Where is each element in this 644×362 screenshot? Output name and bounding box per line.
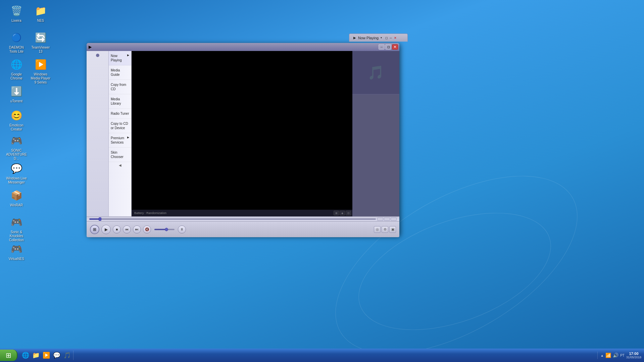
desktop-icon-lixeira[interactable]: 🗑️ Lixeira [5,3,28,24]
taskbar-messenger-icon[interactable]: 💬 [52,351,61,360]
tray-expand-icon[interactable]: ▲ [600,354,604,357]
desktop-icon-winrar[interactable]: 📦 WinRAR [5,187,28,209]
desktop-icon-chrome[interactable]: 🌐 Google Chrome [5,56,28,82]
status-btn-1[interactable]: ⊞ [334,211,339,215]
taskbar: ⊞ 🌐 📁 ▶️ 💬 🎵 ▲ 📶 🔊 PT 17:00 31/05/2018 [0,349,644,362]
tray-network-icon[interactable]: 📶 [605,353,611,358]
chrome-label: Google Chrome [6,72,27,81]
menu-item-now-playing[interactable]: Now Playing ▶ [109,51,131,65]
stop-button[interactable]: ■ [113,225,121,234]
skin-button[interactable]: ▣ [389,226,396,233]
desktop-icon-nes[interactable]: 📁 NES [29,3,52,24]
menu-copy-cd-label: Copy from CD [111,83,126,91]
seek-track[interactable] [89,218,376,220]
menu-premium-label: Premium Services [111,136,127,145]
menu-item-copy-to-cd[interactable]: Copy to CD or Device [109,119,131,133]
clock-display[interactable]: 17:00 31/05/2018 [626,352,641,359]
menu-item-media-guide[interactable]: Media Guide [109,65,131,80]
wmp-seek-row [87,216,399,221]
lixeira-label: Lixeira [11,19,21,23]
pause-button[interactable]: ⏸ [178,225,186,234]
menu-item-radio-tuner[interactable]: Radio Tuner [109,109,131,119]
seek-extra-3[interactable] [391,217,397,221]
wmp-logo-button[interactable]: ⊞ [90,225,99,234]
desktop-icon-emoticon[interactable]: 😊 Emoticon Creator [5,107,28,133]
seek-extra-1[interactable] [377,217,383,221]
tray-volume-icon[interactable]: 🔊 [613,353,618,358]
next-button[interactable]: ⏭ [133,225,141,234]
taskbar-chrome-icon[interactable]: 🌐 [21,351,30,360]
eq-button[interactable]: ◎ [374,226,381,233]
utorrent-label: uTorrent [10,99,23,103]
restore-icon[interactable]: ◻ [385,36,388,40]
volume-fill [154,229,165,230]
daemon-label: DAEMON Tools Lite [6,46,27,54]
menu-premium-arrow: ▶ [127,136,129,139]
virtuanes-icon: 🎮 [10,242,23,256]
restore-button[interactable]: ◻ [385,44,391,50]
volume-slider[interactable] [154,229,175,230]
wmp-titlebar: ▶ ─ ◻ ✕ [87,43,399,51]
taskbar-wmp-icon[interactable]: ▶️ [42,351,51,360]
chrome-icon: 🌐 [10,58,23,71]
volume-thumb[interactable] [165,228,168,231]
wmp-icon: ▶️ [34,58,47,71]
close-tab-icon[interactable]: ✕ [394,36,397,40]
now-playing-tab-label: Now Playing [358,36,379,40]
menu-now-playing-arrow: ▶ [127,54,129,57]
wmp-label: Windows Media Player 9 Series [30,72,51,85]
sonic-knuckles-icon: 🎮 [10,215,23,229]
mute-button[interactable]: 🔇 [143,225,151,234]
desktop-icon-teamviewer[interactable]: 🔄 TeamViewer 13 [29,30,52,55]
virtuanes-label: VirtuaNES [9,257,24,261]
menu-now-playing-label: Now Playing [111,54,127,62]
desktop-icon-sonic-knuckles[interactable]: 🎮 Sonic & Knuckles Collection [5,214,28,244]
desktop-icon-virtuanes[interactable]: 🎮 VirtuaNES [5,241,28,262]
menu-item-skin[interactable]: Skin Chooser [109,148,131,162]
seek-extra-2[interactable] [384,217,390,221]
desktop-icon-sonic-adventure[interactable]: 🎮 SONIC ADVENTURE D... [5,133,28,162]
viz-button[interactable]: ⚙ [382,226,388,233]
menu-collapse-btn[interactable]: ◀ [109,162,131,168]
wmp-menu: Now Playing ▶ Media Guide Copy from CD M… [109,51,132,216]
taskbar-media-icon[interactable]: 🎵 [62,351,72,360]
wmp-right-panel: 🎵 [352,51,399,216]
wmp-body: Now Playing ▶ Media Guide Copy from CD M… [87,51,399,216]
clock-date: 31/05/2018 [626,356,641,359]
wmp-controls-row: ⊞ ▶ ■ ⏮ ⏭ 🔇 ⏸ ◎ ⚙ ▣ [87,221,399,237]
minimize-button[interactable]: ─ [379,44,385,50]
now-playing-tab[interactable]: ▶ Now Playing ▾ ◻ ─ ✕ [349,34,408,42]
status-btn-3[interactable]: ⊡ [346,211,351,215]
minimize-tab-icon[interactable]: ─ [390,36,392,40]
winrar-icon: 📦 [10,189,23,202]
status-btn-2[interactable]: ◈ [340,211,345,215]
winrar-label: WinRAR [10,203,23,207]
menu-item-copy-from-cd[interactable]: Copy from CD [109,80,131,94]
menu-radio-tuner-label: Radio Tuner [111,112,129,115]
taskbar-explorer-icon[interactable]: 📁 [31,351,41,360]
wmp-titlebar-controls: ─ ◻ ✕ [379,44,398,50]
nav-dot [96,54,99,57]
emoticon-label: Emoticon Creator [6,123,27,132]
start-button[interactable]: ⊞ [0,350,17,361]
desktop-icon-utorrent[interactable]: ⬇️ uTorrent [5,83,28,105]
play-button[interactable]: ▶ [101,225,111,234]
desktop-icon-wmp[interactable]: ▶️ Windows Media Player 9 Series [29,56,52,86]
desktop-icon-wlm[interactable]: 💬 Windows Live Messenger [5,160,28,186]
prev-button[interactable]: ⏮ [123,225,131,234]
album-art-icon: 🎵 [367,65,384,81]
now-playing-tab-arrow: ▾ [381,36,382,39]
menu-skin-label: Skin Chooser [111,151,123,159]
wmp-video-area: Battery : Randomization ⊞ ◈ ⊡ [132,51,352,216]
close-button[interactable]: ✕ [392,44,398,50]
extra-controls: ◎ ⚙ ▣ [374,226,396,233]
desktop-icon-daemon[interactable]: 🔵 DAEMON Tools Lite [5,30,28,55]
sonic-adventure-icon: 🎮 [10,134,23,147]
wmp-album-art: 🎵 [352,51,399,95]
seek-extra-btns [377,217,397,221]
menu-media-guide-label: Media Guide [111,68,120,76]
quick-launch-bar: 🌐 📁 ▶️ 💬 🎵 [19,351,73,360]
seek-thumb[interactable] [99,217,101,221]
menu-item-media-library[interactable]: Media Library [109,94,131,109]
menu-item-premium[interactable]: Premium Services ▶ [109,133,131,148]
